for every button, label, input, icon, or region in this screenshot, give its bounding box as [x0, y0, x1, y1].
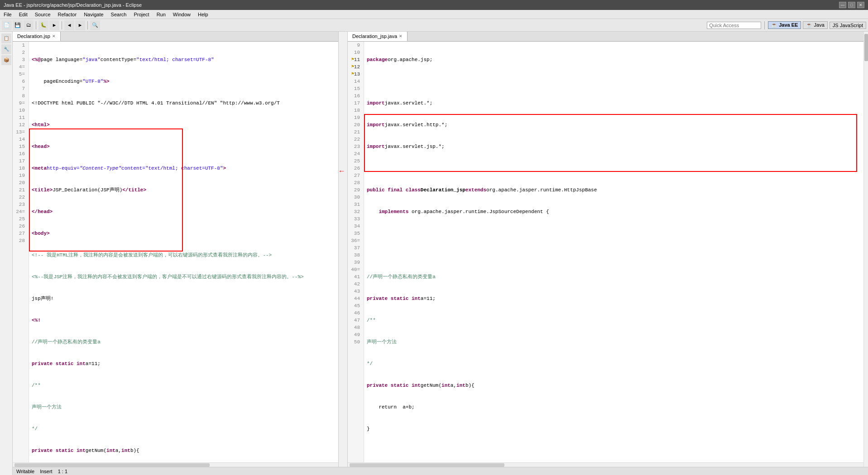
toolbar: 📄 💾 🗂 🐛 ▶ ◀ ▶ 🔍 ☕ Java EE ☕ Java JS Java…	[0, 19, 868, 32]
rcode-20: private static int a=11;	[366, 295, 862, 302]
sidebar-icon-1[interactable]: 📋	[1, 33, 11, 43]
right-tab-close[interactable]: ✕	[399, 34, 403, 38]
code-line-9: <body>	[31, 230, 336, 237]
perspective-javaee[interactable]: ☕ Java EE	[768, 21, 801, 29]
ln-23: 23	[14, 201, 27, 208]
quick-access-area: ☕ Java EE ☕ Java JS JavaScript	[707, 21, 866, 29]
code-line-12: jsp声明!	[31, 295, 336, 302]
toolbar-new[interactable]: 📄	[2, 20, 12, 30]
rln-26: 26	[350, 165, 362, 172]
rln-30: 30	[350, 194, 362, 201]
divider-area: ←	[339, 32, 348, 467]
maximize-button[interactable]: □	[848, 2, 855, 8]
toolbar-save[interactable]: 💾	[13, 20, 23, 30]
left-sidebar: 📋 🔧 📦	[0, 32, 13, 475]
menu-bar: File Edit Source Refactor Navigate Searc…	[0, 10, 868, 19]
ln-2: 2	[14, 49, 27, 56]
right-code-area[interactable]: 9 10 ⚑11 ⚑12 ⚑13 14 15 16 17 18 19 20	[348, 42, 863, 462]
status-text: Writable	[16, 469, 34, 474]
right-editor: Declaration_jsp.java ✕ 9 10 ⚑11 ⚑12 ⚑13	[348, 32, 863, 467]
rln-14: 14	[350, 78, 362, 85]
code-line-2: pageEncoding="UTF-8"%>	[31, 78, 336, 85]
left-code-area[interactable]: 1 2 3 4= 5= 6 7 8 9= 10 11 12 13	[13, 42, 338, 462]
ln-19: 19	[14, 172, 27, 179]
code-line-10: <!-- 我是HTML注释，我注释的内容是会被发送到客户端的，可以右键源码的形式…	[31, 252, 336, 259]
menu-navigate[interactable]: Navigate	[82, 11, 105, 18]
right-vscrollbar[interactable]	[863, 32, 868, 467]
rln-47: 47	[350, 317, 362, 324]
rcode-26: }	[366, 425, 862, 432]
right-tab-bar: Declaration_jsp.java ✕	[348, 32, 863, 42]
ln-28: 28	[14, 237, 27, 244]
code-line-18: */	[31, 425, 336, 432]
rln-45: 45	[350, 302, 362, 309]
toolbar-sep-1	[36, 21, 36, 29]
code-line-8: </head>	[31, 208, 336, 215]
code-line-19: private static int getNum(int a,int b){	[31, 447, 336, 454]
menu-run[interactable]: Run	[155, 11, 168, 18]
code-line-4: <html>	[31, 121, 336, 128]
toolbar-sep-4	[764, 21, 765, 29]
sidebar-icon-3[interactable]: 📦	[1, 55, 11, 65]
rcode-16: implements org.apache.jasper.runtime.Jsp…	[366, 208, 862, 215]
left-tab-declaration-jsp[interactable]: Declaration.jsp ✕	[13, 32, 61, 41]
minimize-button[interactable]: —	[839, 2, 846, 8]
ln-9: 9=	[14, 100, 27, 107]
ln-1: 1	[14, 42, 27, 49]
right-vscrollbar-thumb[interactable]	[864, 34, 868, 61]
rcode-25: return a+b;	[366, 404, 862, 411]
ln-7: 7	[14, 85, 27, 92]
ln-10: 10	[14, 107, 27, 114]
menu-project[interactable]: Project	[132, 11, 151, 18]
rcode-10	[366, 78, 862, 85]
toolbar-sep-2	[62, 21, 62, 29]
ln-27: 27	[14, 230, 27, 237]
left-tab-label: Declaration.jsp	[17, 33, 50, 39]
menu-refactor[interactable]: Refactor	[56, 11, 79, 18]
right-tab-declaration-java[interactable]: Declaration_jsp.java ✕	[348, 32, 408, 41]
rcode-18	[366, 252, 862, 259]
right-code-content: 9 10 ⚑11 ⚑12 ⚑13 14 15 16 17 18 19 20	[348, 42, 863, 462]
rln-12: ⚑12	[350, 63, 362, 71]
rln-18: 18	[350, 107, 362, 114]
status-insert: Insert	[40, 469, 53, 474]
code-line-11: <%--我是JSP注释，我注释的内容不会被发送到客户端的，客户端是不可以通过右键…	[31, 273, 336, 280]
right-hscroll[interactable]	[348, 462, 863, 467]
code-line-5: <head>	[31, 143, 336, 150]
left-tab-close[interactable]: ✕	[52, 34, 56, 38]
perspective-java[interactable]: ☕ Java	[803, 21, 827, 29]
menu-window[interactable]: Window	[171, 11, 192, 18]
rcode-13: import javax.servlet.jsp.*;	[366, 143, 862, 150]
sidebar-icon-2[interactable]: 🔧	[1, 44, 11, 54]
rln-50: 50	[350, 338, 362, 346]
toolbar-search[interactable]: 🔍	[90, 20, 100, 30]
menu-search[interactable]: Search	[109, 11, 129, 18]
ln-22: 22	[14, 194, 27, 201]
quick-access-input[interactable]	[707, 22, 761, 29]
perspective-javascript[interactable]: JS JavaScript	[830, 22, 866, 29]
content-area: Declaration.jsp ✕ 1 2 3 4= 5= 6	[13, 32, 868, 475]
toolbar-run[interactable]: ▶	[49, 20, 59, 30]
rln-9: 9	[350, 42, 362, 49]
menu-help[interactable]: Help	[196, 11, 210, 18]
toolbar-save-all[interactable]: 🗂	[24, 20, 34, 30]
left-hscroll[interactable]	[13, 462, 338, 467]
right-code-lines: package org.apache.jsp; import javax.ser…	[364, 42, 863, 462]
ln-18: 18	[14, 165, 27, 172]
close-button[interactable]: ✕	[857, 2, 864, 8]
ln-3: 3	[14, 56, 27, 63]
title-bar: Java EE - jsp/src/org/apache/jsp/Declara…	[0, 0, 868, 10]
rln-34: 34	[350, 223, 362, 230]
toolbar-debug[interactable]: 🐛	[38, 20, 48, 30]
menu-file[interactable]: File	[2, 11, 14, 18]
menu-edit[interactable]: Edit	[17, 11, 29, 18]
rln-31: 31	[350, 201, 362, 208]
code-line-1: <%@ page language="java" contentType="te…	[31, 56, 336, 63]
ln-15: 15	[14, 143, 27, 150]
rln-10: 10	[350, 49, 362, 56]
menu-source[interactable]: Source	[33, 11, 53, 18]
ln-13: 13=	[14, 128, 27, 136]
toolbar-forward[interactable]: ▶	[75, 20, 85, 30]
toolbar-back[interactable]: ◀	[64, 20, 74, 30]
rln-40: 40=	[350, 266, 362, 273]
